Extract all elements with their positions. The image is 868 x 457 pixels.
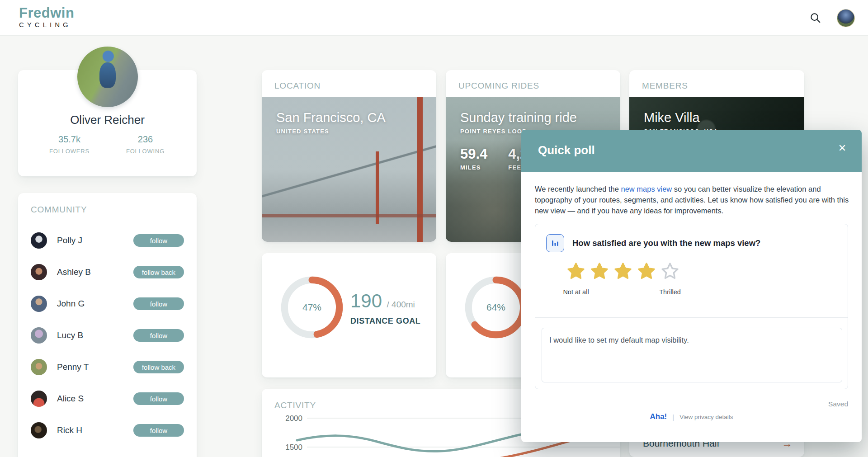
modal-title: Quick poll <box>538 143 595 157</box>
ride-miles-label: MILES <box>460 164 487 171</box>
poll-divider <box>535 317 848 318</box>
distance-goal-text: 190 / 400mi DISTANCE GOAL <box>350 290 420 326</box>
member-avatar <box>31 327 47 344</box>
followers-count: 35.7k <box>45 134 94 145</box>
followers-stat[interactable]: 35.7k FOLLOWERS <box>45 134 94 155</box>
community-row: Lucy B follow <box>31 320 184 351</box>
poll-chart-icon <box>546 234 564 252</box>
community-card: COMMUNITY Polly J follow Ashley B follow… <box>18 193 197 457</box>
second-goal-percent: 64% <box>464 276 528 339</box>
member-avatar <box>31 264 47 280</box>
app-window: Fredwin CYCLING Oliver Reicher 35.7k FOL… <box>0 0 868 457</box>
privacy-details-link[interactable]: View privacy details <box>679 414 733 420</box>
community-row: Alice S follow <box>31 383 184 415</box>
top-nav: Fredwin CYCLING <box>0 0 868 36</box>
search-icon[interactable] <box>809 12 822 24</box>
poll-question: How satisfied are you with the new maps … <box>572 238 760 248</box>
second-goal-donut: 64% <box>464 276 528 339</box>
location-city: San Francisco, CA <box>276 110 386 125</box>
distance-goal-value: 190 <box>350 290 382 311</box>
rating-scale-labels: Not at all Thrilled <box>567 288 679 297</box>
follow-button[interactable]: follow <box>133 297 184 310</box>
follow-button[interactable]: follow <box>133 424 184 437</box>
location-card: LOCATION San Francisco, CA UNITED STATES <box>262 70 436 242</box>
distance-goal-card: 47% 190 / 400mi DISTANCE GOAL <box>262 253 436 377</box>
community-title: COMMUNITY <box>31 205 184 215</box>
profile-photo[interactable] <box>77 47 138 107</box>
cyclist-figure <box>99 62 116 88</box>
followers-label: FOLLOWERS <box>45 148 94 155</box>
member-avatar <box>31 359 47 375</box>
community-row: Polly J follow <box>31 225 184 256</box>
follow-button[interactable]: follow back <box>133 361 184 373</box>
bridge-tower-shape <box>417 97 423 242</box>
poll-intro: We recently launched the new maps view s… <box>535 184 850 216</box>
y-tick-2000: 2000 <box>285 414 302 423</box>
star-icon-filled[interactable] <box>614 262 632 280</box>
community-row: Ashley B follow back <box>31 256 184 288</box>
community-row: Penny T follow back <box>31 351 184 383</box>
profile-card: Oliver Reicher 35.7k FOLLOWERS 236 FOLLO… <box>18 70 197 176</box>
following-stat[interactable]: 236 FOLLOWING <box>121 134 170 155</box>
member-name: Rick H <box>57 425 133 435</box>
profile-stats: 35.7k FOLLOWERS 236 FOLLOWING <box>18 134 197 155</box>
distance-goal-label: DISTANCE GOAL <box>350 316 420 326</box>
footer-separator: | <box>672 413 674 421</box>
members-title: MEMBERS <box>642 81 792 91</box>
community-list: Polly J follow Ashley B follow back John… <box>31 225 184 446</box>
ride-stats: 59.4 MILES 4,2 FEET <box>460 146 528 171</box>
member-avatar <box>31 422 47 438</box>
location-photo: San Francisco, CA UNITED STATES <box>262 97 436 242</box>
star-icon-filled[interactable] <box>637 262 656 280</box>
brand-tagline: CYCLING <box>19 21 74 28</box>
bridge-rail-shape <box>262 214 436 217</box>
member-name: Polly J <box>57 236 133 245</box>
distance-goal-donut: 47% <box>280 276 344 339</box>
ride-miles-value: 59.4 <box>460 146 487 162</box>
saved-status: Saved <box>535 400 848 408</box>
following-label: FOLLOWING <box>121 148 170 155</box>
member-avatar <box>31 296 47 312</box>
modal-footer: Aha! | View privacy details <box>535 412 848 421</box>
modal-header: Quick poll ✕ <box>521 130 862 172</box>
member-name: John G <box>57 299 133 309</box>
close-icon[interactable]: ✕ <box>835 141 849 155</box>
follow-button[interactable]: follow <box>133 234 184 247</box>
community-row: Rick H follow <box>31 415 184 446</box>
following-count: 236 <box>121 134 170 145</box>
brand-name: Fredwin <box>19 6 74 20</box>
new-maps-view-link[interactable]: new maps view <box>621 185 672 193</box>
scale-max-label: Thrilled <box>659 288 681 296</box>
aha-logo[interactable]: Aha! <box>650 412 667 421</box>
star-rating <box>567 262 679 280</box>
profile-name: Oliver Reicher <box>18 113 197 127</box>
follow-button[interactable]: follow back <box>133 266 184 278</box>
y-tick-1500: 1500 <box>285 443 302 452</box>
location-country: UNITED STATES <box>276 128 386 135</box>
member-card-name: Mike Villa <box>644 110 718 125</box>
user-avatar[interactable] <box>837 9 854 27</box>
star-icon-filled[interactable] <box>567 262 585 280</box>
brand-logo[interactable]: Fredwin CYCLING <box>19 6 74 28</box>
bridge-tower-shape <box>376 151 379 224</box>
follow-button[interactable]: follow <box>133 392 184 405</box>
upcoming-rides-title: UPCOMING RIDES <box>458 81 608 91</box>
nav-actions <box>809 0 854 36</box>
distance-goal-target: / 400mi <box>387 300 415 309</box>
quick-poll-modal: Quick poll ✕ We recently launched the ne… <box>521 130 862 442</box>
ride-name: Sunday training ride <box>460 110 577 125</box>
member-name: Lucy B <box>57 330 133 340</box>
community-row: John G follow <box>31 288 184 320</box>
scale-min-label: Not at all <box>563 288 589 296</box>
follow-button[interactable]: follow <box>133 329 184 342</box>
star-icon-filled[interactable] <box>590 262 609 280</box>
modal-body: We recently launched the new maps view s… <box>521 172 862 421</box>
member-name: Penny T <box>57 362 133 372</box>
poll-box: How satisfied are you with the new maps … <box>535 224 848 389</box>
location-title: LOCATION <box>274 81 424 91</box>
star-icon-empty[interactable] <box>661 262 679 280</box>
member-name: Alice S <box>57 394 133 404</box>
comment-textarea[interactable]: I would like to set my default map visib… <box>542 328 842 382</box>
member-avatar <box>31 391 47 407</box>
distance-goal-percent: 47% <box>280 276 344 339</box>
